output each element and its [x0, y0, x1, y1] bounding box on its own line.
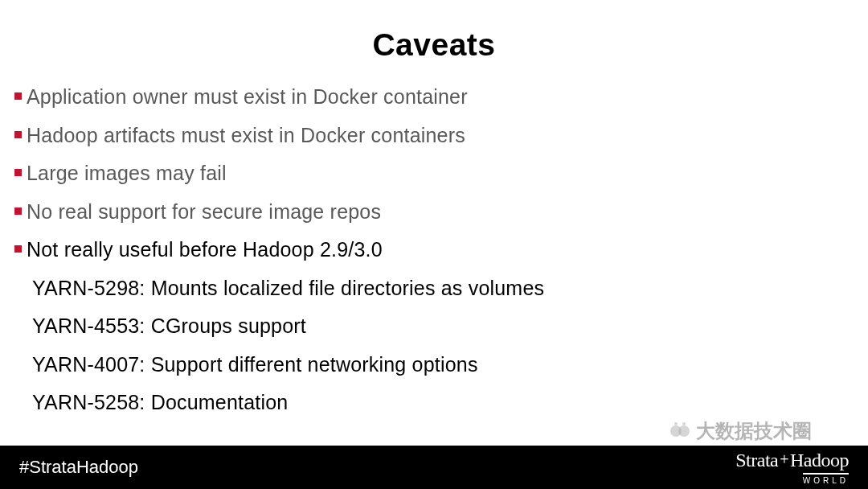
- sub-item: YARN-5258: Documentation: [14, 389, 854, 416]
- footer-bar: #StrataHadoop Strata + Hadoop WORLD: [0, 446, 868, 489]
- bullet-text: Large images may fail: [27, 160, 227, 187]
- bullet-text: Not really useful before Hadoop 2.9/3.0: [27, 236, 383, 263]
- bullet-marker-icon: [14, 169, 22, 176]
- slide-title: Caveats: [0, 0, 868, 63]
- bullet-marker-icon: [14, 131, 22, 138]
- wechat-icon: [670, 422, 691, 440]
- brand-part-b: Hadoop: [790, 450, 849, 471]
- slide: Caveats Application owner must exist in …: [0, 0, 868, 489]
- brand-part-a: Strata: [735, 450, 778, 471]
- bullet-item: Hadoop artifacts must exist in Docker co…: [14, 122, 854, 149]
- bullet-item: Large images may fail: [14, 160, 854, 187]
- sub-text: YARN-5298: Mounts localized file directo…: [32, 275, 854, 302]
- bullet-text: No real support for secure image repos: [27, 199, 381, 225]
- brand-subtitle: WORLD: [803, 473, 849, 485]
- footer-hashtag: #StrataHadoop: [19, 457, 138, 478]
- bullet-item: No real support for secure image repos: [14, 199, 854, 225]
- sub-text: YARN-5258: Documentation: [32, 389, 854, 416]
- bullet-text: Hadoop artifacts must exist in Docker co…: [27, 122, 465, 149]
- sub-item: YARN-4007: Support different networking …: [14, 351, 854, 378]
- bullet-marker-icon: [14, 92, 22, 100]
- plus-icon: +: [778, 450, 790, 469]
- sub-item: YARN-4553: CGroups support: [14, 313, 854, 339]
- bullet-text: Application owner must exist in Docker c…: [27, 84, 468, 110]
- brand-logo: Strata + Hadoop: [735, 450, 849, 471]
- sub-text: YARN-4553: CGroups support: [32, 313, 854, 339]
- bullet-marker-icon: [14, 245, 22, 253]
- slide-content: Application owner must exist in Docker c…: [0, 63, 868, 416]
- bullet-item: Not really useful before Hadoop 2.9/3.0: [14, 236, 854, 263]
- sub-item: YARN-5298: Mounts localized file directo…: [14, 275, 854, 302]
- bullet-item: Application owner must exist in Docker c…: [14, 84, 854, 110]
- footer-brand: Strata + Hadoop WORLD: [735, 450, 849, 485]
- bullet-marker-icon: [14, 208, 22, 215]
- watermark-text: 大数据技术圈: [696, 418, 812, 444]
- watermark: 大数据技术圈: [670, 418, 812, 444]
- sub-text: YARN-4007: Support different networking …: [32, 351, 854, 378]
